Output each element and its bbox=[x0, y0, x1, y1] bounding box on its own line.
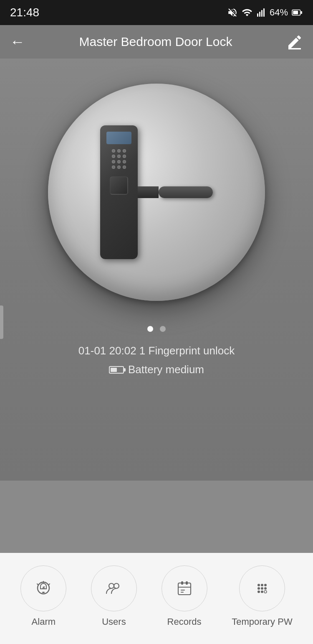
pagination-dots bbox=[147, 326, 166, 332]
svg-rect-9 bbox=[42, 592, 45, 593]
svg-point-25 bbox=[261, 587, 263, 590]
keypad-dot-10 bbox=[112, 165, 115, 169]
battery-outer bbox=[109, 366, 124, 374]
status-icons: 64% bbox=[227, 7, 303, 18]
svg-line-10 bbox=[37, 584, 38, 585]
svg-rect-2 bbox=[261, 10, 263, 17]
fingerprint-sensor bbox=[110, 176, 128, 195]
lock-device bbox=[100, 125, 213, 259]
temporary-pw-label: Temporary PW bbox=[232, 616, 292, 627]
keypad-dot-7 bbox=[112, 160, 115, 163]
svg-point-23 bbox=[264, 584, 267, 586]
records-icon-circle bbox=[162, 565, 207, 611]
back-button[interactable]: ← bbox=[10, 33, 25, 51]
edit-button[interactable] bbox=[286, 33, 303, 50]
keypad-dot-5 bbox=[117, 155, 121, 158]
toolbar-item-alarm[interactable]: Alarm bbox=[20, 565, 66, 627]
svg-rect-17 bbox=[186, 581, 188, 585]
toolbar-item-temporary-pw[interactable]: Temporary PW bbox=[232, 565, 292, 627]
svg-rect-5 bbox=[293, 11, 298, 15]
status-time: 21:48 bbox=[10, 6, 39, 19]
svg-point-28 bbox=[261, 591, 263, 593]
lock-handle bbox=[159, 186, 213, 198]
pagination-dot-inactive[interactable] bbox=[160, 326, 166, 332]
svg-point-24 bbox=[257, 587, 260, 590]
handle-connector bbox=[138, 186, 159, 198]
battery-label: Battery medium bbox=[128, 363, 204, 376]
battery-percent: 64% bbox=[270, 7, 288, 18]
svg-point-22 bbox=[261, 584, 263, 586]
svg-point-26 bbox=[264, 587, 267, 590]
lock-image-container[interactable] bbox=[0, 59, 313, 318]
keypad-dot-8 bbox=[117, 160, 121, 163]
svg-rect-0 bbox=[257, 13, 258, 17]
keypad-dot-3 bbox=[123, 149, 126, 153]
svg-point-21 bbox=[257, 584, 260, 586]
signal-icon bbox=[256, 7, 266, 18]
lock-screen bbox=[106, 132, 131, 144]
records-icon bbox=[174, 578, 195, 599]
keypad-dot-2 bbox=[117, 149, 121, 153]
main-content: 01-01 20:02 1 Fingerprint unlock Battery… bbox=[0, 59, 313, 481]
svg-point-29 bbox=[264, 591, 267, 593]
bottom-toolbar: Alarm Users Records bbox=[0, 553, 313, 644]
wifi-icon bbox=[241, 7, 253, 18]
users-icon bbox=[103, 578, 124, 599]
alarm-icon bbox=[33, 578, 54, 599]
keypad-dot-12 bbox=[123, 165, 126, 169]
status-info: 01-01 20:02 1 Fingerprint unlock Battery… bbox=[78, 344, 235, 376]
temporary-pw-icon-circle bbox=[239, 565, 285, 611]
svg-rect-16 bbox=[181, 581, 183, 585]
svg-point-27 bbox=[257, 591, 260, 593]
keypad-dot-6 bbox=[123, 155, 126, 158]
toolbar-item-records[interactable]: Records bbox=[162, 565, 207, 627]
toolbar-item-users[interactable]: Users bbox=[91, 565, 137, 627]
battery-status-row: Battery medium bbox=[78, 363, 235, 376]
users-label: Users bbox=[102, 616, 126, 627]
svg-point-13 bbox=[109, 583, 114, 588]
header: ← Master Bedroom Door Lock bbox=[0, 25, 313, 59]
svg-rect-1 bbox=[259, 12, 260, 17]
records-label: Records bbox=[167, 616, 202, 627]
mute-icon bbox=[227, 7, 238, 18]
lock-circle bbox=[48, 84, 265, 301]
svg-rect-15 bbox=[178, 583, 191, 595]
keypad-dot-9 bbox=[123, 160, 126, 163]
users-icon-circle bbox=[91, 565, 137, 611]
keypad-dot-11 bbox=[117, 165, 121, 169]
svg-rect-3 bbox=[263, 8, 265, 17]
keypad-dot-4 bbox=[112, 155, 115, 158]
keypad-dot-1 bbox=[112, 149, 115, 153]
battery-icon bbox=[109, 366, 124, 374]
svg-rect-6 bbox=[301, 11, 302, 14]
page-title: Master Bedroom Door Lock bbox=[79, 35, 232, 49]
battery-status-icon bbox=[291, 7, 303, 18]
alarm-label: Alarm bbox=[32, 616, 56, 627]
battery-fill bbox=[111, 368, 117, 372]
lock-keypad bbox=[112, 149, 126, 169]
lock-body bbox=[100, 125, 138, 259]
last-event-text: 01-01 20:02 1 Fingerprint unlock bbox=[78, 344, 235, 357]
alarm-icon-circle bbox=[20, 565, 66, 611]
status-bar: 21:48 64% bbox=[0, 0, 313, 25]
svg-point-14 bbox=[114, 583, 119, 588]
pagination-dot-active[interactable] bbox=[147, 326, 153, 332]
svg-line-11 bbox=[48, 584, 50, 585]
temporary-pw-icon bbox=[252, 578, 273, 599]
